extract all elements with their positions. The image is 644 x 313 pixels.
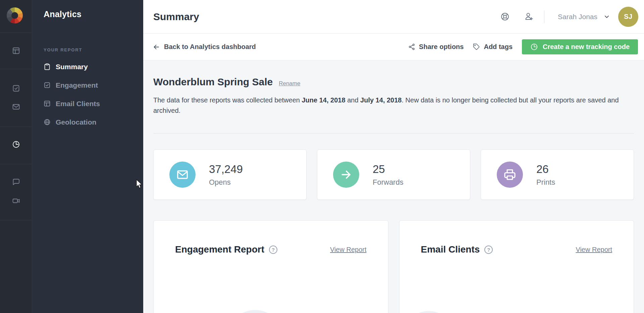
create-tracking-code-label: Create a new tracking code (543, 43, 630, 51)
rail-divider (0, 69, 32, 69)
section-divider (153, 133, 634, 134)
help-icon[interactable]: ? (269, 245, 277, 254)
add-user-button[interactable] (524, 12, 533, 21)
description-text: and (345, 96, 360, 104)
app-logo[interactable] (7, 7, 23, 24)
add-tags-button[interactable]: Add tags (473, 43, 513, 51)
opens-label: Opens (209, 178, 243, 187)
mail-icon (176, 168, 189, 181)
rail-divider (0, 33, 32, 33)
rail-divider (0, 164, 32, 164)
tag-icon (473, 43, 480, 50)
checkbox-icon (44, 82, 51, 89)
back-to-dashboard-link[interactable]: Back to Analytics dashboard (153, 43, 256, 51)
content-area: Wonderblum Spring Sale Rename The data f… (143, 60, 644, 313)
sidebar-item-geolocation[interactable]: Geolocation (44, 118, 143, 126)
reports-row: Engagement Report ? View Report Email Cl… (153, 220, 634, 313)
rail-email-button[interactable] (0, 102, 32, 111)
arrow-right-icon (340, 168, 353, 181)
toolbar-actions: Share options Add tags Create a new trac… (408, 39, 638, 54)
report-name: Wonderblum Spring Sale (153, 76, 273, 88)
start-date: June 14, 2018 (302, 96, 345, 104)
create-tracking-code-button[interactable]: Create a new tracking code (522, 39, 638, 54)
forwards-bubble (333, 162, 359, 188)
app-window: Analytics YOUR REPORT Summary Engagement… (0, 0, 644, 313)
icon-rail (0, 0, 32, 313)
rail-tasks-button[interactable] (0, 84, 32, 93)
chart-preview-arc (227, 310, 283, 313)
sidebar-app-title: Analytics (44, 9, 143, 19)
engagement-view-report-link[interactable]: View Report (330, 246, 367, 254)
back-link-label: Back to Analytics dashboard (164, 43, 256, 51)
prints-bubble (497, 162, 523, 188)
rename-link[interactable]: Rename (279, 78, 300, 90)
stat-card-forwards: 25 Forwards (317, 149, 470, 200)
forwards-value: 25 (373, 163, 404, 176)
rail-chat-button[interactable] (0, 177, 32, 186)
end-date: July 14, 2018 (360, 96, 401, 104)
share-options-label: Share options (419, 43, 464, 51)
rail-divider (0, 127, 32, 127)
stat-card-opens: 37,249 Opens (153, 149, 307, 200)
avatar[interactable]: SJ (618, 7, 638, 27)
engagement-report-title: Engagement Report (175, 244, 264, 255)
engagement-report-card: Engagement Report ? View Report (153, 220, 388, 313)
arrow-left-icon (153, 43, 160, 51)
topbar: Summary Sarah Jonas SJ (143, 0, 644, 34)
sidebar-item-engagement[interactable]: Engagement (44, 81, 143, 89)
stat-text: 37,249 Opens (209, 163, 243, 187)
prints-value: 26 (536, 163, 555, 176)
stat-card-prints: 26 Prints (481, 149, 634, 200)
help-icon[interactable]: ? (484, 245, 493, 254)
printer-icon (503, 168, 516, 181)
video-camera-icon (12, 197, 20, 205)
rail-dashboard-button[interactable] (0, 46, 32, 55)
globe-icon (44, 119, 51, 126)
report-description: The data for these reports was collected… (153, 95, 634, 116)
topbar-divider (544, 10, 544, 23)
add-user-icon (524, 12, 533, 21)
forwards-label: Forwards (373, 178, 404, 187)
chevron-down-icon (603, 13, 610, 20)
email-clients-head: Email Clients ? View Report (421, 244, 612, 255)
description-text: The data for these reports was collected… (153, 96, 302, 104)
share-options-button[interactable]: Share options (408, 43, 464, 51)
sidebar-item-email-clients[interactable]: Email Clients (44, 99, 143, 108)
rail-divider (0, 220, 32, 220)
email-clients-card: Email Clients ? View Report (399, 220, 634, 313)
tracking-clock-icon (12, 140, 20, 148)
chat-bubble-icon (12, 178, 20, 186)
page-title: Summary (153, 11, 199, 23)
prints-label: Prints (536, 178, 555, 187)
share-icon (408, 43, 415, 50)
mail-icon (12, 103, 20, 111)
stat-text: 25 Forwards (373, 163, 404, 187)
sidebar-item-summary[interactable]: Summary (44, 62, 143, 71)
chart-preview-arc (405, 311, 453, 313)
engagement-report-head: Engagement Report ? View Report (175, 244, 367, 255)
sidebar-item-label: Email Clients (56, 100, 100, 108)
user-menu[interactable]: Sarah Jonas (558, 13, 610, 21)
stats-row: 37,249 Opens 25 Forwards (153, 149, 634, 200)
rail-tracking-button[interactable] (0, 140, 32, 149)
help-button[interactable] (500, 12, 509, 21)
user-name: Sarah Jonas (558, 13, 597, 21)
stat-text: 26 Prints (536, 163, 555, 187)
opens-value: 37,249 (209, 163, 243, 176)
topbar-actions: Sarah Jonas SJ (500, 7, 638, 27)
sidebar-section-label: YOUR REPORT (44, 47, 143, 52)
email-clients-view-report-link[interactable]: View Report (576, 246, 612, 254)
opens-bubble (169, 162, 196, 188)
main-area: Summary Sarah Jonas SJ Back to Analyt (143, 0, 644, 313)
checkbox-icon (12, 84, 20, 92)
sidebar-nav: Analytics YOUR REPORT Summary Engagement… (32, 0, 143, 313)
sidebar-item-label: Summary (56, 63, 88, 71)
add-tags-label: Add tags (484, 43, 513, 51)
clipboard-icon (44, 63, 51, 70)
layout-icon (12, 47, 20, 55)
sidebar-item-label: Geolocation (56, 118, 96, 126)
grid-icon (44, 100, 51, 107)
rail-video-button[interactable] (0, 196, 32, 206)
email-clients-title: Email Clients (421, 244, 480, 255)
tracking-clock-icon (530, 43, 538, 51)
